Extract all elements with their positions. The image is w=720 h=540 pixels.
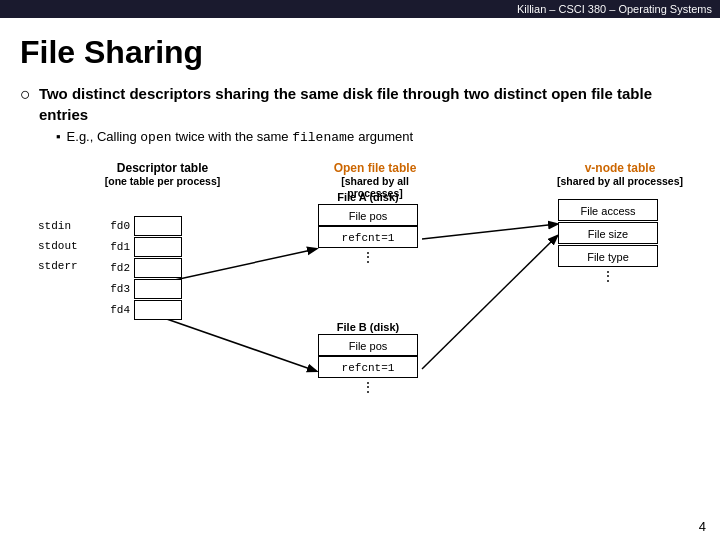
diagram-area: Descriptor table [one table per process]…	[20, 161, 700, 471]
fd2-label: fd2	[90, 258, 134, 278]
fd1-cell	[134, 237, 182, 257]
descriptor-table: fd0 fd1 fd2 fd3 fd4	[90, 216, 182, 321]
desc-row-fd4: fd4	[90, 300, 182, 320]
sub-code2: filename	[292, 130, 354, 145]
openfile-header-label: Open file table	[315, 161, 435, 175]
bullet-main: ○ Two distinct descriptors sharing the s…	[20, 83, 700, 125]
desc-row-fd0: fd0	[90, 216, 182, 236]
stdio-labels: stdin stdout stderr	[38, 216, 78, 316]
fd3-label: fd3	[90, 279, 134, 299]
desc-row-fd2: fd2	[90, 258, 182, 278]
vnode-header-label: v-node table	[550, 161, 690, 175]
fd0-cell	[134, 216, 182, 236]
vnode-file-access: File access	[558, 199, 658, 221]
bullet-main-text: Two distinct descriptors sharing the sam…	[39, 83, 700, 125]
bullet-section: ○ Two distinct descriptors sharing the s…	[20, 83, 700, 145]
file-b-label: File B (disk)	[318, 321, 418, 333]
header-text: Killian – CSCI 380 – Operating Systems	[517, 3, 712, 15]
fd4-cell	[134, 300, 182, 320]
sub-text-middle: twice with the same	[172, 129, 293, 144]
sub-code1: open	[140, 130, 171, 145]
file-b-section: File B (disk) File pos refcnt=1 ⋮	[318, 321, 418, 396]
descriptor-header-label: Descriptor table	[90, 161, 235, 175]
stdin-label: stdin	[38, 216, 78, 236]
sub-bullet-text: E.g., Calling open twice with the same f…	[67, 129, 414, 145]
page-title: File Sharing	[20, 34, 700, 71]
page-number: 4	[699, 519, 706, 534]
oft-b-refcnt: refcnt=1	[318, 356, 418, 378]
vnode-table: File access File size File type ⋮	[558, 199, 658, 285]
vnode-table-header: v-node table [shared by all processes]	[550, 161, 690, 187]
sub-bullet: ▪ E.g., Calling open twice with the same…	[56, 129, 700, 145]
vnode-dots: ⋮	[558, 267, 658, 285]
desc-row-fd3: fd3	[90, 279, 182, 299]
sub-bullet-arrow: ▪	[56, 129, 61, 144]
vnode-file-size: File size	[558, 222, 658, 244]
oft-a-filepos: File pos	[318, 204, 418, 226]
oft-a-dots: ⋮	[318, 248, 418, 266]
fd3-cell	[134, 279, 182, 299]
vnode-subheader-label: [shared by all processes]	[550, 175, 690, 187]
fd1-label: fd1	[90, 237, 134, 257]
bullet-circle: ○	[20, 84, 31, 105]
descriptor-subheader-label: [one table per process]	[90, 175, 235, 187]
svg-line-3	[422, 236, 557, 369]
sub-text-prefix: E.g., Calling	[67, 129, 141, 144]
sub-text-suffix: argument	[355, 129, 414, 144]
fd4-label: fd4	[90, 300, 134, 320]
blank-label-2	[38, 296, 78, 316]
file-a-section: File A (disk) File pos refcnt=1 ⋮	[318, 191, 418, 266]
header-bar: Killian – CSCI 380 – Operating Systems	[0, 0, 720, 18]
fd2-cell	[134, 258, 182, 278]
svg-line-2	[422, 224, 557, 239]
oft-b-filepos: File pos	[318, 334, 418, 356]
oft-a-refcnt: refcnt=1	[318, 226, 418, 248]
stderr-label: stderr	[38, 256, 78, 276]
descriptor-table-header: Descriptor table [one table per process]	[90, 161, 235, 187]
desc-row-fd1: fd1	[90, 237, 182, 257]
vnode-file-type: File type	[558, 245, 658, 267]
main-content: File Sharing ○ Two distinct descriptors …	[0, 20, 720, 481]
oft-b-dots: ⋮	[318, 378, 418, 396]
stdout-label: stdout	[38, 236, 78, 256]
fd0-label: fd0	[90, 216, 134, 236]
blank-label-1	[38, 276, 78, 296]
file-a-label: File A (disk)	[318, 191, 418, 203]
